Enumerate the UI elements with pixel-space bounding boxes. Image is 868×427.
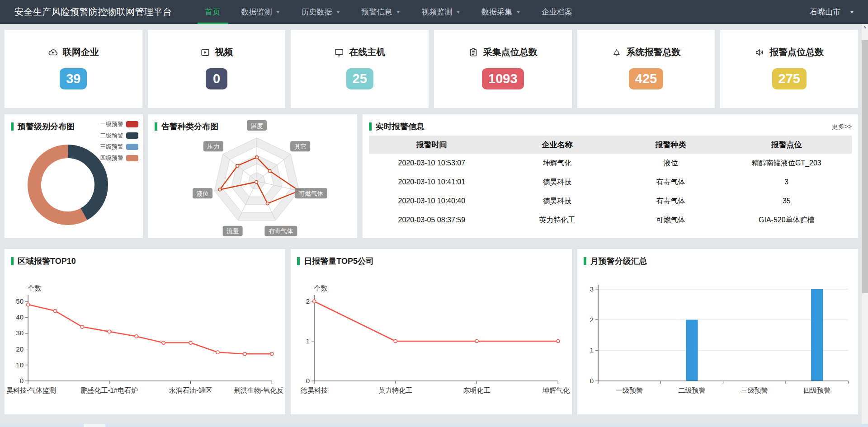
alarm-type-panel: 温度其它可燃气体有毒气体流量液位压力 告警种类分布图 (148, 114, 357, 238)
chevron-down-icon: ▼ (396, 10, 401, 14)
svg-text:一级预警: 一级预警 (616, 386, 643, 394)
legend-item[interactable]: 四级预警 (100, 154, 138, 162)
nav-item-data-monitor[interactable]: 数据监测 ▼ (234, 0, 288, 24)
svg-text:二级预警: 二级预警 (678, 386, 705, 394)
legend-item[interactable]: 二级预警 (100, 131, 138, 140)
alarm-type-radar-chart: 温度其它可燃气体有毒气体流量液位压力 (148, 114, 357, 238)
alarm-table-cell: 3 (722, 173, 852, 192)
svg-text:0: 0 (20, 377, 24, 385)
region-top10-panel: 区域报警TOP10 01020304050个数昊科技-气体监测鹏盛化工-1#电石… (5, 249, 285, 414)
more-link[interactable]: 更多>> (832, 123, 852, 131)
nav-item-label: 视频监测 (421, 7, 452, 17)
svg-text:20: 20 (16, 345, 24, 353)
alarm-table-header-row: 报警时间 企业名称 报警种类 报警点位 (369, 136, 852, 154)
stat-card-value: 25 (346, 68, 373, 89)
legend-item[interactable]: 一级预警 (100, 120, 138, 128)
stat-card-label: 在线主机 (349, 46, 385, 58)
svg-text:0: 0 (306, 377, 310, 385)
svg-text:可燃气体: 可燃气体 (299, 190, 324, 197)
nav-item-label: 首页 (205, 7, 221, 17)
realtime-alarms-panel: 实时报警信息 更多>> 报警时间 企业名称 报警种类 报警点位 2020-03-… (363, 114, 858, 238)
region-top10-line-chart: 01020304050个数昊科技-气体监测鹏盛化工-1#电石炉永润石油-罐区荆洪… (5, 269, 285, 413)
alarm-table-cell: 2020-03-05 08:37:59 (369, 211, 495, 230)
vertical-scrollbar-thumb[interactable] (862, 40, 868, 293)
radar-axis-label: 其它 (290, 141, 310, 151)
panel-title: 实时报警信息 (376, 121, 425, 132)
svg-text:3: 3 (590, 285, 593, 293)
svg-text:三级预警: 三级预警 (741, 386, 768, 394)
column-header: 报警点位 (722, 136, 852, 154)
nav-item-warning-info[interactable]: 预警信息 ▼ (354, 0, 408, 24)
horizontal-scrollbar-thumb[interactable] (84, 424, 105, 427)
legend-label: 一级预警 (100, 120, 123, 128)
bell-icon (612, 47, 622, 57)
alarm-table-cell: 有毒气体 (620, 192, 721, 211)
alarm-table-cell: 坤辉气化 (495, 154, 620, 173)
top-navbar: 安全生产风险预警防控物联网管理平台 首页 数据监测 ▼ 历史数据 ▼ 预警信息 … (0, 0, 868, 24)
alarm-table-row: 2020-03-10 10:41:01德昊科技有毒气体3 (369, 173, 852, 192)
column-header: 企业名称 (495, 136, 620, 154)
svg-text:其它: 其它 (294, 143, 307, 150)
horizontal-scrollbar (0, 424, 868, 427)
region-selector[interactable]: 石嘴山市 ▼ (810, 7, 854, 17)
svg-text:1: 1 (306, 337, 310, 345)
legend-label: 三级预警 (100, 143, 123, 151)
monthly-summary-bar-chart: 0123一级预警二级预警三级预警四级预警 (577, 269, 858, 413)
svg-text:30: 30 (16, 329, 24, 337)
panel-title-marker (11, 257, 14, 265)
alarm-table-cell: 35 (722, 192, 852, 211)
svg-text:昊科技-气体监测: 昊科技-气体监测 (6, 386, 56, 394)
nav-item-history-data[interactable]: 历史数据 ▼ (293, 0, 348, 24)
nav-item-label: 企业档案 (542, 7, 572, 17)
stat-cards-row: 联网企业 39 视频 0 (5, 30, 858, 108)
panel-title: 告警种类分布图 (161, 121, 218, 132)
bottom-row: 区域报警TOP10 01020304050个数昊科技-气体监测鹏盛化工-1#电石… (5, 249, 858, 414)
svg-text:2: 2 (306, 297, 310, 305)
svg-text:10: 10 (16, 361, 24, 369)
svg-text:个数: 个数 (314, 284, 327, 292)
stat-card-value: 275 (772, 68, 807, 89)
alarm-table-cell: 可燃气体 (620, 211, 721, 230)
alarm-table-cell: 精醇南罐液位GT_203 (722, 154, 852, 173)
svg-text:流量: 流量 (226, 228, 239, 235)
app-title: 安全生产风险预警防控物联网管理平台 (14, 6, 172, 18)
nav-item-label: 数据采集 (481, 7, 512, 17)
nav-item-label: 数据监测 (241, 7, 272, 17)
stat-card-label: 系统报警总数 (627, 46, 681, 58)
alarm-table-cell: 2020-03-10 10:40:40 (369, 192, 495, 211)
legend-swatch-icon (126, 155, 138, 161)
stat-card-system-alarms: 系统报警总数 425 (577, 30, 715, 108)
monthly-summary-panel: 月预警分级汇总 0123一级预警二级预警三级预警四级预警 (577, 249, 858, 414)
nav-item-label: 预警信息 (361, 7, 392, 17)
nav-item-data-collect[interactable]: 数据采集 ▼ (474, 0, 528, 24)
legend-item[interactable]: 三级预警 (100, 143, 138, 151)
svg-text:50: 50 (16, 297, 24, 305)
scroll-up-arrow-icon[interactable]: ∧ (862, 24, 868, 31)
svg-text:永润石油-罐区: 永润石油-罐区 (169, 386, 212, 394)
panel-title-marker (11, 122, 14, 131)
stat-card-value: 425 (629, 68, 663, 89)
nav-item-video-monitor[interactable]: 视频监测 ▼ (414, 0, 468, 24)
main-menu: 首页 数据监测 ▼ 历史数据 ▼ 预警信息 ▼ 视频监测 ▼ 数据采集 ▼ (195, 0, 583, 24)
chevron-down-icon: ▼ (456, 10, 461, 14)
alarm-table-cell: 液位 (620, 154, 721, 173)
legend-swatch-icon (126, 144, 138, 150)
stat-card-label: 视频 (215, 46, 233, 58)
svg-text:荆洪生物-氧化反: 荆洪生物-氧化反 (234, 386, 283, 394)
daily-top5-line-chart: 012个数德昊科技英力特化工东明化工坤辉气化 (291, 269, 571, 413)
panel-title-marker (297, 257, 300, 265)
cloud-icon (48, 47, 58, 57)
legend-swatch-icon (126, 121, 138, 127)
nav-item-home[interactable]: 首页 (198, 0, 228, 24)
svg-text:鹏盛化工-1#电石炉: 鹏盛化工-1#电石炉 (80, 386, 138, 394)
radar-axis-label: 可燃气体 (295, 188, 327, 198)
alarm-table-row: 2020-03-05 08:37:59英力特化工可燃气体GIA-520单体贮槽 (369, 211, 852, 230)
nav-item-enterprise-archive[interactable]: 企业档案 (534, 0, 580, 24)
warning-level-panel: 预警级别分布图 一级预警二级预警三级预警四级预警 (5, 114, 143, 238)
legend-swatch-icon (126, 132, 138, 139)
column-header: 报警种类 (620, 136, 721, 154)
svg-text:40: 40 (16, 313, 24, 321)
legend-label: 二级预警 (100, 131, 123, 140)
region-label: 石嘴山市 (810, 7, 840, 17)
panel-title-marker (369, 122, 372, 131)
